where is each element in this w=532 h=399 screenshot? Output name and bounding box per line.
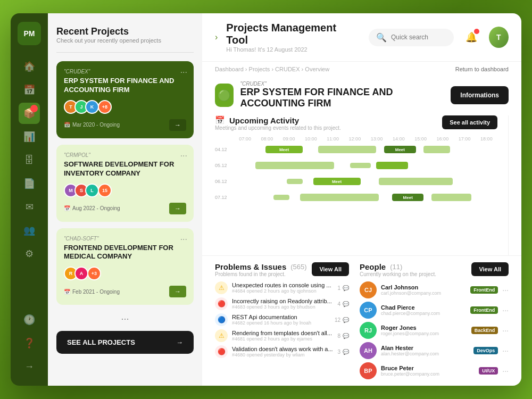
problem-count-5: 3💬 (337, 349, 349, 355)
project-card-crmpol[interactable]: ··· "CRMPOL" SOFTWARE DEVELOPMENT FOR IN… (56, 145, 194, 222)
people-list: CJ Carl Johnson carl.johnson@company.com… (360, 281, 509, 379)
topbar: › Projects Management Tool Hi Thomas! It… (202, 13, 521, 62)
problem-text-3: REST Api documentation #4682 opened 16 h… (232, 314, 330, 326)
projects-badge (30, 105, 38, 112)
breadcrumb: Dashboard › Projects › CRUDEX › Overview… (202, 62, 521, 77)
gantt-label-0512: 05.12 (215, 163, 234, 168)
sidebar-item-home[interactable]: 🏠 (19, 56, 40, 77)
view-all-problems-button[interactable]: View All (312, 262, 349, 276)
chat-icon-2: 💬 (343, 301, 349, 307)
people-section: People (11) Currently working on the pro… (360, 262, 509, 379)
gantt-row-0712: 07.12 Meet (215, 192, 497, 203)
project-card-crudex[interactable]: ··· "CRUDEX" ERP SYSTEM FOR FINANCE AND … (56, 61, 194, 138)
time-1500: 15:00 (410, 136, 431, 142)
sidebar-item-database[interactable]: 🗄 (19, 149, 40, 171)
person-name-alanhester: Alan Hester (381, 345, 469, 351)
recent-projects-panel: Recent Projects Check out your recently … (48, 13, 202, 386)
notification-button[interactable]: 🔔 (462, 28, 480, 47)
sidebar-item-help[interactable]: ❓ (19, 332, 40, 354)
topbar-title-group: Projects Management Tool Hi Thomas! It's… (226, 22, 352, 53)
gantt-label-0612: 06.12 (215, 179, 234, 184)
project-card-chadsoft[interactable]: ··· "CHAD-SOFT" FRONTEND DEVELOPMENT FOR… (56, 228, 194, 305)
gantt-bars-0412: Meet Meet (234, 144, 497, 155)
card-footer-2: 📅Aug 2022 - Ongoing → (64, 203, 186, 214)
person-menu-alanhester[interactable]: ··· (502, 346, 509, 355)
person-info-rogerjones: Roger Jones roger.jones@company.com (381, 325, 467, 336)
see-all-projects-button[interactable]: SEE ALL PROJECTS → (56, 331, 194, 354)
time-1300: 13:00 (366, 136, 388, 142)
search-bar[interactable]: 🔍 (369, 29, 454, 46)
card-tag-3: "CHAD-SOFT" (64, 236, 186, 242)
gantt-bar-0712-3 (431, 194, 471, 201)
project-header: 🟢 "CRUDEX" ERP SYSTEM FOR FINANCE AND AC… (202, 77, 521, 115)
sidebar-item-recent[interactable]: 🕐 (19, 309, 40, 330)
person-menu-rogerjones[interactable]: ··· (502, 326, 509, 335)
gantt-bars-0512 (234, 160, 497, 171)
nav-chevron-icon[interactable]: › (215, 32, 218, 42)
card-date-1: 📅Mar 2020 - Ongoing (64, 122, 120, 128)
card-arrow-3[interactable]: → (169, 286, 186, 297)
gantt-label-0712: 07.12 (215, 195, 234, 200)
gantt-bar-meet-1: Meet (265, 146, 302, 153)
sidebar-item-analytics[interactable]: 📊 (19, 126, 40, 147)
sidebar-logo: PM (18, 22, 41, 45)
card-footer-1: 📅Mar 2020 - Ongoing → (64, 119, 186, 131)
card-avatars-1: T J K +8 (64, 100, 186, 114)
view-all-people-button[interactable]: View All (471, 262, 509, 276)
user-avatar[interactable]: T (489, 27, 509, 48)
time-0800: 08:00 (256, 136, 278, 142)
person-name-chadpierce: Chad Pierce (381, 304, 466, 311)
person-tag-rogerjones: BackEnd (471, 327, 498, 334)
chat-icon-3: 💬 (343, 317, 349, 323)
person-menu-chadpierce[interactable]: ··· (502, 306, 509, 314)
search-icon: 🔍 (376, 32, 387, 43)
card-arrow-1[interactable]: → (169, 119, 186, 131)
return-dashboard-link[interactable]: Return to dashboard (455, 66, 509, 72)
person-item-brucepeter: BP Bruce Peter bruce.peter@company.com U… (360, 362, 509, 379)
gantt-bar-0512-2 (350, 163, 371, 168)
avatar-2c: L (85, 184, 99, 197)
sidebar-item-logout[interactable]: → (19, 356, 40, 377)
card-arrow-2[interactable]: → (169, 203, 186, 214)
sidebar-item-messages[interactable]: ✉ (19, 196, 40, 218)
problem-title-1: Unexpected routes in console using ... (232, 282, 333, 288)
time-0700: 07:00 (234, 136, 256, 142)
calendar-icon: 📅 (215, 115, 225, 125)
problem-count-2: 4💬 (337, 301, 349, 307)
card-avatars-2: M S L 15 (64, 184, 186, 197)
problem-icon-3: 🔵 (215, 313, 228, 326)
problem-count-4: 8💬 (337, 333, 349, 339)
problem-meta-3: #4682 opened 16 hours ago by lnoah (232, 320, 330, 326)
problem-count-3: 12💬 (335, 317, 349, 323)
search-input[interactable] (391, 34, 446, 41)
time-1400: 14:00 (388, 136, 410, 142)
person-menu-carljohnson[interactable]: ··· (502, 286, 509, 294)
sidebar-item-calendar[interactable]: 📅 (19, 79, 40, 101)
sidebar-item-settings[interactable]: ⚙ (19, 243, 40, 264)
person-email-brucepeter: bruce.peter@company.com (381, 371, 475, 377)
problem-meta-1: #4684 opened 2 hours ago by qjohnson (232, 288, 333, 294)
card-title-3: FRONTEND DEVELOPMENT FOR MEDICAL COMPANY (64, 244, 186, 262)
gantt-chart: 07:00 08:00 09:00 10:00 11:00 12:00 13:0… (215, 136, 497, 255)
sidebar-item-users[interactable]: 👥 (19, 220, 40, 241)
problem-item-2: 🔴 Incorrectly raising on Readonly attrib… (215, 297, 349, 310)
person-tag-alanhester: DevOps (473, 347, 498, 354)
gantt-bar-0512-3 (376, 162, 408, 169)
person-menu-brucepeter[interactable]: ··· (502, 367, 509, 375)
time-0900: 09:00 (278, 136, 300, 142)
person-email-rogerjones: roger.jones@company.com (381, 331, 467, 336)
panel-divider (56, 52, 194, 53)
sidebar-item-docs[interactable]: 📄 (19, 173, 40, 194)
informations-button[interactable]: Informations (451, 86, 509, 104)
person-name-carljohnson: Carl Johnson (381, 284, 466, 290)
project-header-title: ERP SYSTEM FOR FINANCE AND ACCOUNTING FI… (240, 87, 438, 109)
see-all-activity-button[interactable]: See all activity (442, 115, 497, 129)
card-date-3: 📅Feb 2021 - Ongoing (64, 289, 120, 295)
problem-icon-5: 🔴 (215, 345, 228, 358)
person-tag-carljohnson: FrontEnd (470, 286, 498, 294)
problem-item-1: ⚠ Unexpected routes in console using ...… (215, 281, 349, 294)
card-tag-2: "CRMPOL" (64, 152, 186, 158)
main-content: › Projects Management Tool Hi Thomas! It… (202, 13, 521, 386)
sidebar-item-projects[interactable]: 📦 (19, 103, 40, 124)
bottom-sections: Problems & Issues (565) Problems found i… (202, 255, 521, 386)
